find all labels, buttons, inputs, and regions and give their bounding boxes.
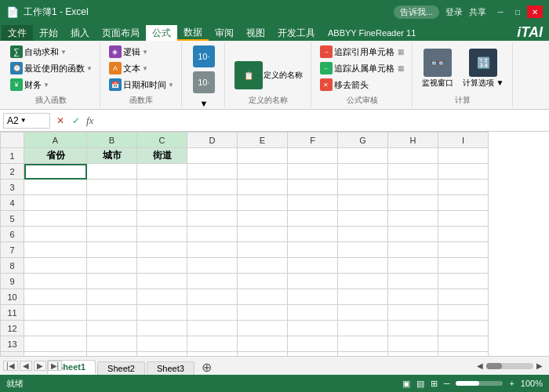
cell-H6[interactable] bbox=[388, 227, 438, 242]
cell-ref-dropdown[interactable]: ▼ bbox=[20, 117, 27, 124]
cell-F5[interactable] bbox=[288, 211, 338, 227]
cell-F1[interactable] bbox=[288, 148, 338, 164]
cell-I5[interactable] bbox=[438, 211, 489, 227]
zoom-in-btn[interactable]: + bbox=[509, 379, 514, 388]
sheet-tab-2[interactable]: Sheet2 bbox=[97, 361, 145, 375]
col-header-F[interactable]: F bbox=[288, 132, 338, 148]
tab-data[interactable]: 数据 bbox=[177, 25, 209, 41]
recent-fn-btn[interactable]: ⌚ 最近使用的函数 ▼ bbox=[8, 60, 95, 76]
cell-C10[interactable] bbox=[137, 289, 187, 305]
sheet-nav-last[interactable]: ▶| bbox=[48, 361, 63, 371]
zoom-out-btn[interactable]: ─ bbox=[444, 379, 450, 388]
cell-E13[interactable] bbox=[238, 336, 288, 352]
cell-H5[interactable] bbox=[388, 211, 438, 227]
cell-C12[interactable] bbox=[137, 321, 187, 336]
col-header-G[interactable]: G bbox=[338, 132, 388, 148]
cell-E9[interactable] bbox=[238, 274, 288, 289]
more-fn-btn[interactable]: ▼ bbox=[197, 96, 210, 111]
col-header-I[interactable]: I bbox=[438, 132, 489, 148]
cell-E4[interactable] bbox=[238, 195, 288, 211]
cell-A4[interactable] bbox=[24, 195, 87, 211]
cell-G10[interactable] bbox=[338, 289, 388, 305]
cell-H4[interactable] bbox=[388, 195, 438, 211]
cell-G5[interactable] bbox=[338, 211, 388, 227]
lookup-btn[interactable]: 10· bbox=[188, 44, 220, 69]
maximize-btn[interactable]: □ bbox=[510, 5, 525, 18]
cell-A9[interactable] bbox=[24, 274, 87, 289]
cell-C7[interactable] bbox=[137, 242, 187, 258]
cell-H10[interactable] bbox=[388, 289, 438, 305]
cell-I10[interactable] bbox=[438, 289, 489, 305]
cell-F10[interactable] bbox=[288, 289, 338, 305]
cell-I7[interactable] bbox=[438, 242, 489, 258]
trace-precedent-btn[interactable]: → 追踪引用单元格 ▦ bbox=[318, 44, 407, 60]
logic-btn[interactable]: ◈ 逻辑 ▼ bbox=[107, 44, 176, 60]
cell-C6[interactable] bbox=[137, 227, 187, 242]
cell-A12[interactable] bbox=[24, 321, 87, 336]
cell-G2[interactable] bbox=[338, 164, 388, 180]
cell-B11[interactable] bbox=[87, 305, 137, 321]
cell-H9[interactable] bbox=[388, 274, 438, 289]
sheet-tab-3[interactable]: Sheet3 bbox=[147, 361, 195, 375]
calc-options-btn[interactable]: 🔢 计算选项 ▼ bbox=[460, 47, 507, 90]
cell-F13[interactable] bbox=[288, 336, 338, 352]
cell-ref-box[interactable]: A2 ▼ bbox=[3, 113, 50, 129]
cell-G4[interactable] bbox=[338, 195, 388, 211]
cell-D1[interactable] bbox=[187, 148, 238, 164]
cell-C5[interactable] bbox=[137, 211, 187, 227]
cell-F7[interactable] bbox=[288, 242, 338, 258]
sheet-nav-first[interactable]: |◀ bbox=[3, 361, 18, 371]
scroll-right-btn[interactable]: ▶ bbox=[536, 361, 543, 370]
datetime-btn[interactable]: 📅 日期和时间 ▼ bbox=[107, 77, 176, 93]
cell-C8[interactable] bbox=[137, 258, 187, 274]
login-btn[interactable]: 登录 bbox=[445, 6, 463, 18]
cell-D4[interactable] bbox=[187, 195, 238, 211]
cell-G12[interactable] bbox=[338, 321, 388, 336]
cell-D10[interactable] bbox=[187, 289, 238, 305]
tab-review[interactable]: 审阅 bbox=[209, 25, 240, 41]
cell-B4[interactable] bbox=[87, 195, 137, 211]
cell-G8[interactable] bbox=[338, 258, 388, 274]
cell-H13[interactable] bbox=[388, 336, 438, 352]
cell-H11[interactable] bbox=[388, 305, 438, 321]
cell-D2[interactable] bbox=[187, 164, 238, 180]
trace-dependent-btn[interactable]: ← 追踪从属单元格 ▦ bbox=[318, 60, 407, 76]
defname-btn[interactable]: 📋 定义的名称 bbox=[231, 60, 306, 91]
cell-G7[interactable] bbox=[338, 242, 388, 258]
cell-G6[interactable] bbox=[338, 227, 388, 242]
col-header-E[interactable]: E bbox=[238, 132, 288, 148]
cell-A2[interactable] bbox=[24, 164, 87, 180]
view-layout-btn[interactable]: ▤ bbox=[416, 379, 424, 389]
confirm-formula-btn[interactable]: ✓ bbox=[69, 114, 83, 128]
cell-I8[interactable] bbox=[438, 258, 489, 274]
cancel-formula-btn[interactable]: ✕ bbox=[53, 114, 67, 128]
cell-A1[interactable]: 省份 bbox=[24, 148, 87, 164]
cell-D5[interactable] bbox=[187, 211, 238, 227]
cell-C1[interactable]: 街道 bbox=[137, 148, 187, 164]
cell-I11[interactable] bbox=[438, 305, 489, 321]
col-header-H[interactable]: H bbox=[388, 132, 438, 148]
cell-H12[interactable] bbox=[388, 321, 438, 336]
tab-formula[interactable]: 公式 bbox=[146, 25, 177, 41]
cell-F12[interactable] bbox=[288, 321, 338, 336]
cell-A7[interactable] bbox=[24, 242, 87, 258]
cell-D11[interactable] bbox=[187, 305, 238, 321]
cell-B7[interactable] bbox=[87, 242, 137, 258]
cell-F11[interactable] bbox=[288, 305, 338, 321]
cell-E10[interactable] bbox=[238, 289, 288, 305]
cell-D12[interactable] bbox=[187, 321, 238, 336]
cell-I2[interactable] bbox=[438, 164, 489, 180]
notify-btn[interactable]: 告诉我... bbox=[394, 5, 439, 19]
cell-I4[interactable] bbox=[438, 195, 489, 211]
cell-H1[interactable] bbox=[388, 148, 438, 164]
tab-view[interactable]: 视图 bbox=[240, 25, 271, 41]
cell-B13[interactable] bbox=[87, 336, 137, 352]
cell-F4[interactable] bbox=[288, 195, 338, 211]
cell-C3[interactable] bbox=[137, 180, 187, 195]
formula-input[interactable] bbox=[96, 113, 546, 129]
view-page-btn[interactable]: ⊞ bbox=[431, 379, 438, 389]
cell-D7[interactable] bbox=[187, 242, 238, 258]
cell-D6[interactable] bbox=[187, 227, 238, 242]
cell-I1[interactable] bbox=[438, 148, 489, 164]
cell-F3[interactable] bbox=[288, 180, 338, 195]
